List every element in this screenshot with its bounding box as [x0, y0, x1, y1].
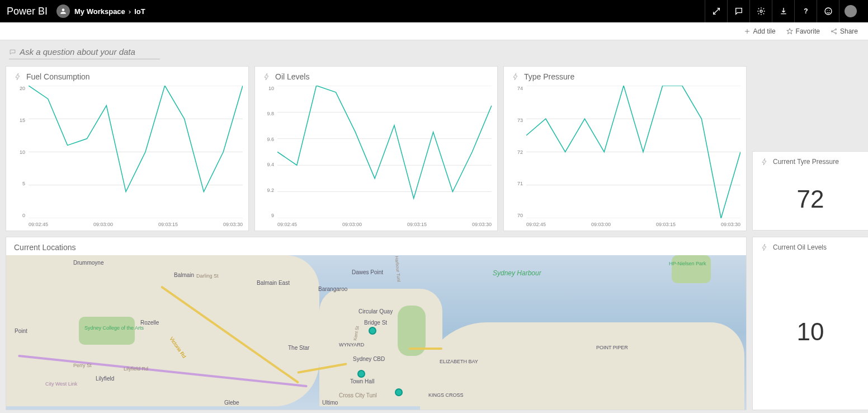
tile-title: Fuel Consumption [26, 72, 90, 81]
add-tile-button[interactable]: Add tile [743, 27, 776, 35]
help-icon: ? [801, 7, 810, 16]
lightning-icon [761, 243, 768, 252]
star-icon [786, 27, 794, 35]
map-label: Town Hall [350, 378, 374, 384]
tile-current-tyre[interactable]: Current Tyre Pressure 72 [752, 151, 868, 231]
tile-header: Oil Levels [255, 67, 497, 83]
svg-point-5 [831, 30, 832, 31]
fullscreen-button[interactable] [705, 0, 727, 22]
map-label: Sydney Harbour [493, 269, 541, 277]
chat-icon [9, 48, 16, 56]
user-avatar[interactable] [56, 4, 70, 18]
map-label: Sydney CBD [353, 356, 385, 362]
breadcrumb-workspace[interactable]: My Workspace [74, 7, 125, 16]
help-button[interactable]: ? [794, 0, 817, 22]
qa-input[interactable] [20, 47, 160, 57]
lightning-icon [263, 72, 271, 81]
map-label: Balmain [174, 272, 194, 278]
map-label: Lilyfield Rd [124, 366, 148, 372]
tile-fuel-consumption[interactable]: Fuel Consumption 2015105009:02:4509:03:0… [6, 66, 249, 231]
share-icon [830, 27, 838, 35]
tile-header: Fuel Consumption [6, 67, 248, 83]
dashboard-grid: Fuel Consumption 2015105009:02:4509:03:0… [0, 64, 868, 413]
map-marker[interactable] [395, 388, 403, 396]
qa-container[interactable] [9, 47, 160, 59]
brand-label: Power BI [7, 6, 48, 17]
map-label: Balmain East [257, 280, 290, 286]
tile-title: Oil Levels [275, 72, 309, 81]
map-label: Glebe [224, 400, 239, 406]
tile-title: Current Locations [6, 237, 746, 255]
map-label: ELIZABETH BAY [440, 359, 478, 364]
settings-button[interactable] [749, 0, 772, 22]
download-icon [779, 7, 788, 16]
tile-title: Current Tyre Pressure [773, 158, 839, 166]
card-value: 10 [753, 254, 868, 410]
comment-icon [734, 7, 743, 16]
svg-text:?: ? [804, 7, 808, 15]
chart-body: 747372717009:02:4509:03:0009:03:1509:03:… [504, 83, 746, 231]
chart-body: 2015105009:02:4509:03:0009:03:1509:03:30 [6, 83, 248, 231]
map-marker[interactable] [357, 370, 365, 378]
chevron-right-icon: › [129, 7, 131, 16]
map-label: Lilyfield [96, 376, 114, 382]
tile-header: Current Tyre Pressure [753, 152, 868, 168]
action-bar: Add tile Favorite Share [0, 22, 868, 40]
top-bar: Power BI My Workspace › IoT ? [0, 0, 868, 22]
smile-icon [824, 7, 833, 16]
lightning-icon [14, 72, 22, 81]
plus-icon [743, 27, 751, 35]
tile-current-oil[interactable]: Current Oil Levels 10 [752, 237, 868, 410]
profile-button[interactable] [839, 0, 861, 22]
map-label: Barangaroo [318, 286, 347, 292]
map-label: HP-Nielsen Park [669, 261, 706, 266]
map-label: Ultimo [322, 400, 338, 406]
add-tile-label: Add tile [753, 27, 776, 35]
expand-icon [712, 7, 721, 16]
svg-point-0 [760, 10, 762, 12]
lightning-icon [512, 72, 520, 81]
chart-body: 109.89.69.49.2909:02:4509:03:0009:03:150… [255, 83, 497, 231]
share-button[interactable]: Share [830, 27, 858, 35]
map-label: POINT PIPER [596, 345, 628, 350]
breadcrumb-page[interactable]: IoT [134, 7, 145, 16]
map-canvas[interactable]: Sydney Harbour Sydney CBD Town Hall WYNY… [6, 255, 746, 410]
map-label: KINGS CROSS [428, 392, 464, 398]
map-label: City West Link [45, 381, 77, 387]
tile-title: Type Pressure [524, 72, 574, 81]
tile-header: Current Oil Levels [753, 237, 868, 254]
tile-oil-levels[interactable]: Oil Levels 109.89.69.49.2909:02:4509:03:… [254, 66, 498, 231]
tile-title: Current Oil Levels [773, 243, 827, 251]
map-label: Perry St [73, 363, 92, 368]
map-label: Bridge St [364, 320, 387, 326]
svg-point-2 [825, 8, 832, 15]
map-label: Cross City Tunl [339, 392, 377, 398]
map-label: Circular Quay [358, 308, 393, 315]
map-label: WYNYARD [339, 342, 364, 348]
comments-button[interactable] [727, 0, 749, 22]
tile-header: Type Pressure [504, 67, 746, 83]
map-label: Harbour Tunl [394, 256, 402, 282]
top-icon-bar: ? [705, 0, 861, 22]
map-marker[interactable] [369, 327, 376, 335]
svg-point-3 [827, 10, 827, 11]
download-button[interactable] [772, 0, 794, 22]
gear-icon [757, 7, 766, 16]
person-icon [59, 7, 67, 15]
map-label: Drummoyne [73, 260, 103, 266]
tile-current-locations[interactable]: Current Locations Sydney Harbour Sydney … [6, 237, 747, 410]
map-label: Point [15, 328, 27, 334]
map-label: Sydney College of the Arts [84, 325, 144, 331]
favorite-label: Favorite [796, 27, 820, 35]
map-label: Darling St [196, 273, 219, 279]
svg-point-6 [835, 29, 836, 30]
tile-type-pressure[interactable]: Type Pressure 747372717009:02:4509:03:00… [503, 66, 747, 231]
breadcrumb: My Workspace › IoT [74, 7, 145, 16]
feedback-button[interactable] [817, 0, 839, 22]
card-value: 72 [753, 168, 868, 230]
svg-point-4 [829, 10, 829, 11]
lightning-icon [761, 157, 768, 166]
svg-point-7 [835, 32, 836, 34]
map-label: Dawes Point [352, 269, 383, 275]
favorite-button[interactable]: Favorite [786, 27, 820, 35]
